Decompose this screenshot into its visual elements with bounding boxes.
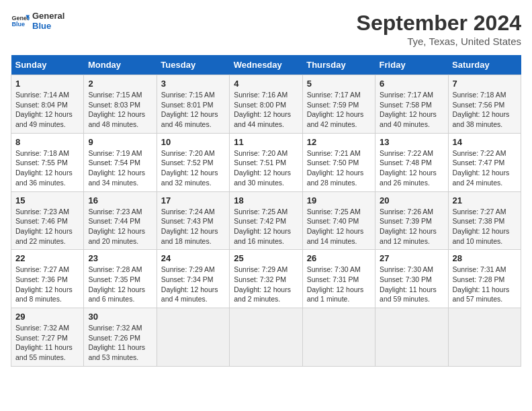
day-number: 16 <box>88 195 152 205</box>
day-info: Sunrise: 7:26 AM Sunset: 7:39 PM Dayligh… <box>380 207 443 246</box>
day-info: Sunrise: 7:29 AM Sunset: 7:32 PM Dayligh… <box>234 265 298 304</box>
day-number: 9 <box>88 137 152 147</box>
day-number: 11 <box>234 137 298 147</box>
table-row: 24Sunrise: 7:29 AM Sunset: 7:34 PM Dayli… <box>157 250 229 308</box>
day-number: 8 <box>15 137 79 147</box>
table-row: 17Sunrise: 7:24 AM Sunset: 7:43 PM Dayli… <box>157 191 229 250</box>
day-info: Sunrise: 7:21 AM Sunset: 7:50 PM Dayligh… <box>307 148 371 188</box>
calendar-week-4: 22Sunrise: 7:27 AM Sunset: 7:36 PM Dayli… <box>11 250 521 308</box>
calendar-body: 1Sunrise: 7:14 AM Sunset: 8:04 PM Daylig… <box>11 75 521 367</box>
day-number: 22 <box>15 253 79 263</box>
day-number: 13 <box>380 137 443 147</box>
table-row: 9Sunrise: 7:19 AM Sunset: 7:54 PM Daylig… <box>84 133 157 191</box>
table-row: 12Sunrise: 7:21 AM Sunset: 7:50 PM Dayli… <box>302 133 375 191</box>
day-number: 24 <box>161 253 225 263</box>
table-row: 27Sunrise: 7:30 AM Sunset: 7:30 PM Dayli… <box>375 250 448 308</box>
svg-text:Blue: Blue <box>11 21 25 28</box>
day-info: Sunrise: 7:17 AM Sunset: 7:59 PM Dayligh… <box>307 90 371 130</box>
day-info: Sunrise: 7:25 AM Sunset: 7:40 PM Dayligh… <box>307 207 371 246</box>
day-info: Sunrise: 7:31 AM Sunset: 7:28 PM Dayligh… <box>453 265 517 304</box>
day-number: 17 <box>161 195 225 205</box>
day-info: Sunrise: 7:25 AM Sunset: 7:42 PM Dayligh… <box>234 207 298 246</box>
day-info: Sunrise: 7:20 AM Sunset: 7:52 PM Dayligh… <box>161 148 225 188</box>
header-sunday: Sunday <box>11 55 84 75</box>
day-info: Sunrise: 7:27 AM Sunset: 7:36 PM Dayligh… <box>15 265 79 304</box>
table-row: 14Sunrise: 7:22 AM Sunset: 7:47 PM Dayli… <box>448 133 521 191</box>
day-number: 26 <box>307 253 371 263</box>
day-number: 27 <box>380 253 443 263</box>
day-info: Sunrise: 7:30 AM Sunset: 7:31 PM Dayligh… <box>307 265 371 304</box>
table-row <box>157 308 229 367</box>
table-row: 25Sunrise: 7:29 AM Sunset: 7:32 PM Dayli… <box>230 250 302 308</box>
table-row: 22Sunrise: 7:27 AM Sunset: 7:36 PM Dayli… <box>11 250 84 308</box>
calendar-week-1: 1Sunrise: 7:14 AM Sunset: 8:04 PM Daylig… <box>11 75 521 134</box>
table-row: 20Sunrise: 7:26 AM Sunset: 7:39 PM Dayli… <box>375 191 448 250</box>
day-number: 2 <box>88 79 152 89</box>
day-info: Sunrise: 7:19 AM Sunset: 7:54 PM Dayligh… <box>88 148 152 188</box>
calendar-week-2: 8Sunrise: 7:18 AM Sunset: 7:55 PM Daylig… <box>11 133 521 191</box>
day-info: Sunrise: 7:23 AM Sunset: 7:44 PM Dayligh… <box>88 207 152 246</box>
header-tuesday: Tuesday <box>157 55 229 75</box>
day-info: Sunrise: 7:20 AM Sunset: 7:51 PM Dayligh… <box>234 148 298 188</box>
table-row: 8Sunrise: 7:18 AM Sunset: 7:55 PM Daylig… <box>11 133 84 191</box>
day-number: 19 <box>307 195 371 205</box>
logo-text-blue: Blue <box>32 21 64 31</box>
table-row: 6Sunrise: 7:17 AM Sunset: 7:58 PM Daylig… <box>375 75 448 134</box>
day-info: Sunrise: 7:14 AM Sunset: 8:04 PM Dayligh… <box>15 90 79 130</box>
header-friday: Friday <box>375 55 448 75</box>
table-row: 13Sunrise: 7:22 AM Sunset: 7:48 PM Dayli… <box>375 133 448 191</box>
day-number: 10 <box>161 137 225 147</box>
table-row <box>448 308 521 367</box>
header-monday: Monday <box>84 55 157 75</box>
day-info: Sunrise: 7:18 AM Sunset: 7:56 PM Dayligh… <box>453 90 517 130</box>
calendar-week-5: 29Sunrise: 7:32 AM Sunset: 7:27 PM Dayli… <box>11 308 521 367</box>
header-row: Sunday Monday Tuesday Wednesday Thursday… <box>11 55 521 75</box>
logo-icon: General Blue <box>11 11 30 30</box>
day-number: 29 <box>15 312 79 322</box>
day-info: Sunrise: 7:15 AM Sunset: 8:01 PM Dayligh… <box>161 90 225 130</box>
day-number: 5 <box>307 79 371 89</box>
day-info: Sunrise: 7:22 AM Sunset: 7:47 PM Dayligh… <box>453 148 517 188</box>
table-row: 2Sunrise: 7:15 AM Sunset: 8:03 PM Daylig… <box>84 75 157 134</box>
logo-text-general: General <box>32 11 64 21</box>
table-row: 15Sunrise: 7:23 AM Sunset: 7:46 PM Dayli… <box>11 191 84 250</box>
day-number: 4 <box>234 79 298 89</box>
header-wednesday: Wednesday <box>230 55 302 75</box>
day-number: 21 <box>453 195 517 205</box>
day-info: Sunrise: 7:32 AM Sunset: 7:26 PM Dayligh… <box>88 323 152 363</box>
day-info: Sunrise: 7:16 AM Sunset: 8:00 PM Dayligh… <box>234 90 298 130</box>
table-row <box>302 308 375 367</box>
day-number: 15 <box>15 195 79 205</box>
day-info: Sunrise: 7:27 AM Sunset: 7:38 PM Dayligh… <box>453 207 517 246</box>
table-row: 1Sunrise: 7:14 AM Sunset: 8:04 PM Daylig… <box>11 75 84 134</box>
day-info: Sunrise: 7:18 AM Sunset: 7:55 PM Dayligh… <box>15 148 79 188</box>
calendar-header: Sunday Monday Tuesday Wednesday Thursday… <box>11 55 521 75</box>
title-block: September 2024 Tye, Texas, United States <box>357 11 521 47</box>
table-row: 26Sunrise: 7:30 AM Sunset: 7:31 PM Dayli… <box>302 250 375 308</box>
day-info: Sunrise: 7:22 AM Sunset: 7:48 PM Dayligh… <box>380 148 443 188</box>
table-row: 10Sunrise: 7:20 AM Sunset: 7:52 PM Dayli… <box>157 133 229 191</box>
table-row: 7Sunrise: 7:18 AM Sunset: 7:56 PM Daylig… <box>448 75 521 134</box>
day-info: Sunrise: 7:29 AM Sunset: 7:34 PM Dayligh… <box>161 265 225 304</box>
day-info: Sunrise: 7:23 AM Sunset: 7:46 PM Dayligh… <box>15 207 79 246</box>
table-row: 19Sunrise: 7:25 AM Sunset: 7:40 PM Dayli… <box>302 191 375 250</box>
day-number: 7 <box>453 79 517 89</box>
table-row: 30Sunrise: 7:32 AM Sunset: 7:26 PM Dayli… <box>84 308 157 367</box>
table-row: 18Sunrise: 7:25 AM Sunset: 7:42 PM Dayli… <box>230 191 302 250</box>
table-row <box>230 308 302 367</box>
header-saturday: Saturday <box>448 55 521 75</box>
day-info: Sunrise: 7:30 AM Sunset: 7:30 PM Dayligh… <box>380 265 443 304</box>
day-number: 28 <box>453 253 517 263</box>
day-number: 18 <box>234 195 298 205</box>
table-row: 11Sunrise: 7:20 AM Sunset: 7:51 PM Dayli… <box>230 133 302 191</box>
day-number: 30 <box>88 312 152 322</box>
day-number: 14 <box>453 137 517 147</box>
calendar-table: Sunday Monday Tuesday Wednesday Thursday… <box>11 55 521 367</box>
header-thursday: Thursday <box>302 55 375 75</box>
day-number: 23 <box>88 253 152 263</box>
day-info: Sunrise: 7:28 AM Sunset: 7:35 PM Dayligh… <box>88 265 152 304</box>
table-row: 23Sunrise: 7:28 AM Sunset: 7:35 PM Dayli… <box>84 250 157 308</box>
day-number: 20 <box>380 195 443 205</box>
day-info: Sunrise: 7:24 AM Sunset: 7:43 PM Dayligh… <box>161 207 225 246</box>
table-row: 29Sunrise: 7:32 AM Sunset: 7:27 PM Dayli… <box>11 308 84 367</box>
